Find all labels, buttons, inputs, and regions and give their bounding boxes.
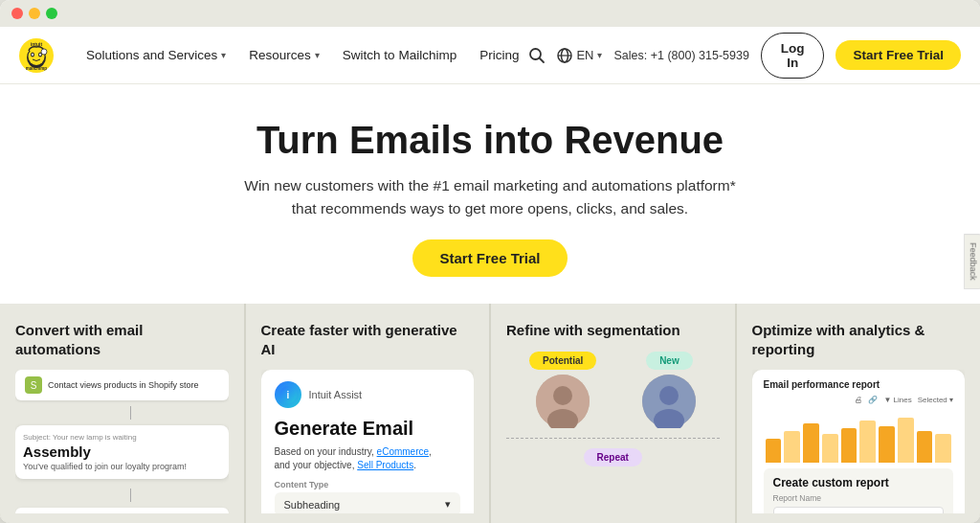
report-header: Email performance report [764,379,954,390]
bar-4 [822,434,838,463]
ai-card: i Intuit Assist Generate Email Based on … [261,370,475,513]
hero-subtext: Win new customers with the #1 email mark… [222,174,758,220]
feedback-tab[interactable]: Feedback [964,234,980,289]
analytics-toolbar: 🖨 🔗 ▼ Lines Selected ▾ [764,396,954,404]
report-name-input[interactable] [773,507,945,513]
report-section-title: Create custom report [773,476,945,489]
svg-point-6 [39,53,41,55]
svg-text:mailchimp: mailchimp [26,66,48,71]
link-icon[interactable]: 🔗 [868,396,878,404]
bar-3 [803,423,819,463]
svg-line-11 [540,58,544,62]
ai-title-block: Generate Email [275,418,461,440]
filter-icon[interactable]: ▼ Lines [883,396,911,404]
hero-section: Turn Emails into Revenue Win new custome… [0,84,980,304]
svg-text:i: i [286,390,289,400]
svg-point-5 [32,53,33,55]
login-button[interactable]: Log In [761,33,825,79]
nav-links: Solutions and Services ▾ Resources ▾ Swi… [77,42,528,68]
feature-title-automation: Convert with email automations [15,321,229,358]
feature-card-segmentation: Refine with segmentation Potential [491,304,735,523]
titlebar [0,0,980,27]
seg-avatar-1 [536,375,590,428]
globe-icon [557,48,572,63]
mailchimp-logo-icon: intuit mailchimp [19,38,54,73]
report-section: Create custom report Report Name [764,468,954,513]
bar-8 [898,418,914,463]
ai-description: Based on your industry, eCommerce,and yo… [275,445,461,472]
flow-item-send: ✉ Send email [15,508,229,513]
seg-top-row: Potential New [506,352,720,428]
feature-content-analytics: Email performance report 🖨 🔗 ▼ Lines Sel… [752,370,966,513]
nav-item-resources[interactable]: Resources ▾ [239,42,329,68]
nav-item-solutions[interactable]: Solutions and Services ▾ [77,42,235,68]
intuit-assist-label: Intuit Assist [309,389,363,400]
seg-new: New [642,352,696,428]
browser-window: intuit mailchimp Solutions and Services … [0,0,980,523]
bar-10 [935,434,951,463]
language-selector[interactable]: EN ▾ [557,48,602,63]
feature-content-automation: S Contact views products in Shopify stor… [15,370,229,513]
bar-chart [764,410,954,463]
feature-card-analytics: Optimize with analytics & reporting Emai… [737,304,981,523]
nav-item-pricing[interactable]: Pricing [470,42,528,68]
start-trial-button-nav[interactable]: Start Free Trial [835,40,961,70]
email-title: Assembly [23,443,221,460]
flow-item-shopify: S Contact views products in Shopify stor… [15,370,229,400]
logo[interactable]: intuit mailchimp [19,38,54,73]
flow-connector-2 [33,489,229,502]
repeat-badge: Repeat [584,448,642,466]
flow-connector [33,406,229,420]
chevron-down-icon: ▾ [315,50,320,60]
analytics-card: Email performance report 🖨 🔗 ▼ Lines Sel… [752,370,966,513]
seg-avatar-2 [642,375,696,428]
report-name-label: Report Name [773,493,945,503]
close-button[interactable] [11,8,23,19]
maximize-button[interactable] [46,8,57,19]
feature-content-ai: i Intuit Assist Generate Email Based on … [261,370,475,513]
navbar: intuit mailchimp Solutions and Services … [0,27,980,84]
feature-title-segmentation: Refine with segmentation [506,321,720,340]
feature-title-ai: Create faster with generative AI [261,321,475,358]
nav-right: EN ▾ Sales: +1 (800) 315-5939 Log In Sta… [528,33,961,79]
shopify-icon: S [25,376,42,394]
print-icon[interactable]: 🖨 [855,396,862,404]
minimize-button[interactable] [29,8,40,19]
content-type-label: Content Type [275,480,461,489]
svg-point-10 [530,49,541,59]
flow-text-shopify: Contact views products in Shopify store [48,380,199,390]
seg-potential: Potential [529,352,596,428]
generate-email-title: Generate Email [275,418,461,440]
email-body: You've qualified to join our loyalty pro… [23,462,221,471]
content-type-field[interactable]: Subheading ▾ [275,492,461,513]
bar-2 [784,431,800,463]
bar-6 [859,421,876,463]
seg-repeat: Repeat [584,448,642,466]
start-trial-button-hero[interactable]: Start Free Trial [412,239,567,277]
traffic-lights [11,8,57,19]
chevron-down-icon: ▾ [445,498,451,511]
search-icon[interactable] [528,47,546,64]
sales-phone: Sales: +1 (800) 315-5939 [613,49,748,62]
segmentation-content: Potential New [506,352,720,466]
svg-text:intuit: intuit [31,41,43,47]
bar-7 [879,426,895,464]
time-selector[interactable]: Selected ▾ [918,396,953,404]
feature-title-analytics: Optimize with analytics & reporting [752,321,966,358]
hero-headline: Turn Emails into Revenue [19,119,961,161]
bar-1 [766,439,782,463]
new-badge: New [646,352,693,370]
svg-point-7 [41,49,47,55]
email-subject: Subject: Your new lamp is waiting [23,433,221,442]
nav-item-switch[interactable]: Switch to Mailchimp [333,42,466,68]
potential-badge: Potential [529,352,596,370]
features-section: Convert with email automations S Contact… [0,304,980,523]
automation-flow: S Contact views products in Shopify stor… [15,370,229,513]
bar-9 [917,431,933,463]
svg-point-18 [553,386,572,405]
feature-card-ai: Create faster with generative AI [246,304,490,523]
chevron-down-icon: ▾ [597,50,602,60]
email-preview: Subject: Your new lamp is waiting Assemb… [15,425,229,479]
ai-header: i Intuit Assist [275,381,461,408]
feature-card-automation: Convert with email automations S Contact… [0,304,244,523]
